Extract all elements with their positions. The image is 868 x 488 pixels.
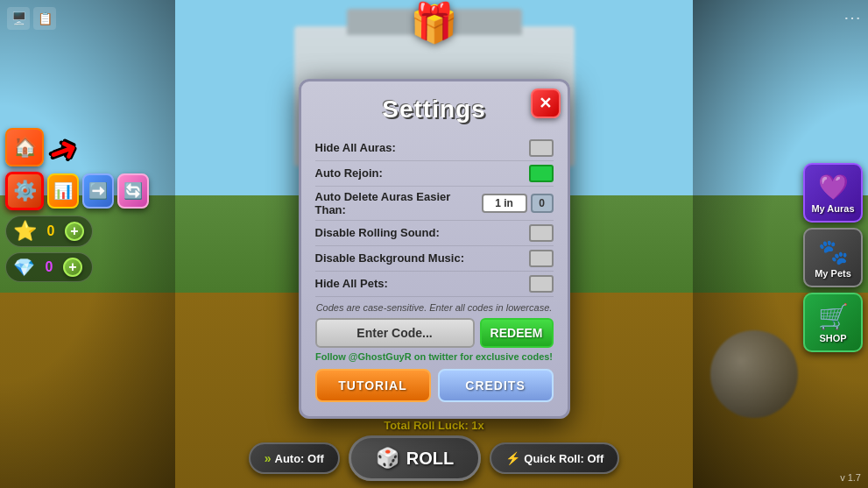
setting-auto-rejoin: Auto Rejoin: [315,161,554,187]
setting-auto-delete: Auto Delete Auras Easier Than: 0 [315,187,554,221]
bottom-bar: Total Roll Luck: 1x » Auto: Off 🎲 ROLL ⚡… [0,419,868,488]
gem-icon: 💎 [13,257,35,278]
refresh-button[interactable]: 🔄 [117,173,149,209]
dice-icon: 🎲 [376,447,399,470]
background-sphere [710,330,798,418]
star-icon: ⭐ [13,220,37,243]
disable-music-label: Disable Background Music: [315,251,464,265]
modal-title: Settings [382,95,485,124]
add-gems-button[interactable]: + [63,258,82,277]
shop-label: SHOP [819,333,846,343]
roll-luck-text: Total Roll Luck: 1x [384,419,484,432]
auto-delete-input[interactable] [482,194,527,213]
top-left-icons: 🖥️ 📋 [7,7,56,30]
roll-label: ROLL [406,449,454,469]
bottom-modal-buttons: TUTORIAL CREDITS [315,369,554,402]
quick-label: Quick Roll: Off [524,452,603,465]
disable-sound-toggle[interactable] [529,224,554,242]
auras-icon: 💜 [818,173,849,202]
settings-button[interactable]: ⚙️ [5,172,44,210]
redeem-button[interactable]: REDEEM [480,318,554,348]
setting-disable-sound: Disable Rolling Sound: [315,221,554,246]
version-text: v 1.7 [840,472,861,483]
enter-code-button[interactable]: Enter Code... [315,318,475,348]
auto-rejoin-toggle[interactable] [529,165,554,182]
gift-icon[interactable]: 🎁 [410,0,458,46]
setting-hide-auras: Hide All Auras: [315,136,554,161]
disable-sound-label: Disable Rolling Sound: [315,226,440,239]
credits-button[interactable]: CREDITS [438,369,554,402]
pets-icon: 🐾 [818,237,849,266]
auto-button[interactable]: » Auto: Off [249,442,340,474]
screen-icon[interactable]: 🖥️ [7,7,30,30]
auto-rejoin-label: Auto Rejoin: [315,166,383,180]
disable-music-toggle[interactable] [529,250,554,267]
roll-button[interactable]: 🎲 ROLL [349,435,481,481]
code-input-row: Enter Code... REDEEM [315,318,554,348]
tools-row: ⚙️ 📊 ➡️ 🔄 [5,172,149,210]
settings-modal: Settings ✕ Hide All Auras: Auto Rejoin: … [299,79,570,419]
pets-label: My Pets [815,268,851,279]
hide-pets-toggle[interactable] [529,275,554,293]
quick-roll-button[interactable]: ⚡ Quick Roll: Off [490,442,619,474]
auto-delete-controls: 0 [482,194,554,213]
arrow-button[interactable]: ➡️ [82,173,114,209]
stats-button[interactable]: 📊 [47,173,79,209]
hide-pets-label: Hide All Pets: [315,277,388,290]
shop-icon: 🛒 [818,302,849,331]
auto-label: Auto: Off [275,452,324,465]
auto-delete-num[interactable]: 0 [531,194,554,213]
bottom-buttons: » Auto: Off 🎲 ROLL ⚡ Quick Roll: Off [249,435,620,481]
right-sidebar: 💜 My Auras 🐾 My Pets 🛒 SHOP [798,158,868,357]
modal-title-bar: Settings ✕ [315,95,554,124]
shop-button[interactable]: 🛒 SHOP [803,293,863,352]
my-pets-button[interactable]: 🐾 My Pets [803,228,863,287]
menu-icon[interactable]: ⋯ [843,7,861,28]
codes-note: Codes are case-sensitive. Enter all code… [315,302,554,313]
home-button[interactable]: 🏠 [5,128,44,166]
gem-value: 0 [40,259,58,275]
clipboard-icon[interactable]: 📋 [33,7,56,30]
hide-auras-label: Hide All Auras: [315,141,396,154]
auras-label: My Auras [811,203,854,214]
home-row: 🏠 [5,128,44,166]
bolt-icon: ⚡ [505,451,520,465]
star-currency-row: ⭐ 0 + [5,216,93,247]
setting-disable-music: Disable Background Music: [315,246,554,272]
auto-delete-label: Auto Delete Auras Easier Than: [315,190,482,216]
auto-arrows-icon: » [265,451,272,465]
close-button[interactable]: ✕ [531,88,561,118]
my-auras-button[interactable]: 💜 My Auras [803,163,863,223]
hide-auras-toggle[interactable] [529,139,554,157]
tutorial-button[interactable]: TUTORIAL [315,369,431,402]
star-value: 0 [42,223,60,239]
setting-hide-pets: Hide All Pets: [315,272,554,297]
add-stars-button[interactable]: + [65,222,84,241]
gem-currency-row: 💎 0 + [5,252,93,282]
twitter-note: Follow @GhostGuyR on twitter for exclusi… [315,351,554,362]
